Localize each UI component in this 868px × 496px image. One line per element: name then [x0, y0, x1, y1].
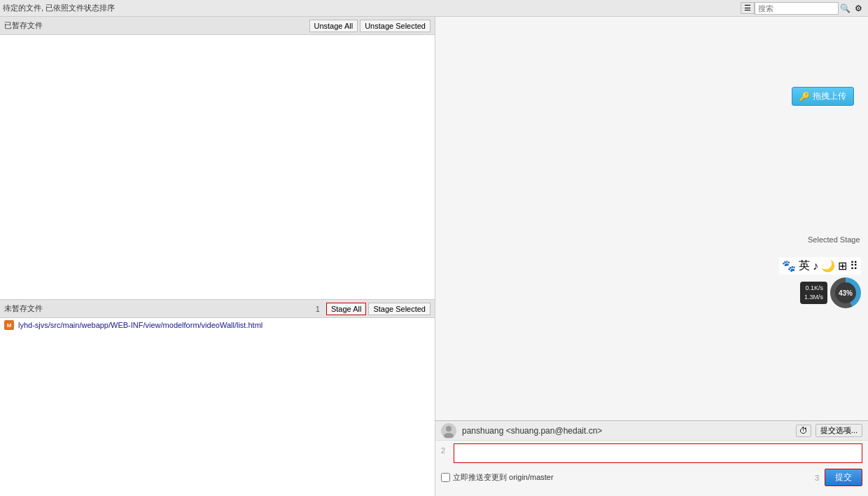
unstaged-title: 未暂存文件 [4, 303, 316, 314]
commit-options-button[interactable]: 提交选项... [816, 424, 862, 437]
tray-icon-lang[interactable]: 英 [799, 259, 810, 273]
staged-section: 已暂存文件 Unstage All Unstage Selected [0, 17, 435, 300]
cpu-percent: 43% [835, 282, 856, 303]
search-box: 🔍 ⚙ [755, 2, 865, 15]
tray-icon-paw[interactable]: 🐾 [782, 259, 796, 273]
push-checkbox[interactable] [441, 473, 450, 482]
push-label: 立即推送变更到 origin/master [453, 472, 815, 483]
unstaged-section-header: 未暂存文件 1 Stage All Stage Selected [0, 300, 435, 318]
tray-icon-music[interactable]: ♪ [813, 260, 818, 273]
commit-bottom-row: 立即推送变更到 origin/master 3 提交 [435, 466, 868, 489]
unstaged-count: 1 [316, 305, 320, 313]
tray-icon-moon[interactable]: 🌙 [821, 259, 835, 273]
svg-point-1 [444, 433, 454, 438]
author-avatar [441, 423, 456, 439]
main-layout: 已暂存文件 Unstage All Unstage Selected 未暂存文件… [0, 17, 868, 496]
search-button[interactable]: 🔍 [839, 4, 852, 13]
filter-label: 待定的文件, 已依照文件状态排序 [3, 3, 739, 13]
list-item[interactable]: M lyhd-sjvs/src/main/webapp/WEB-INF/view… [0, 318, 435, 332]
right-panel: Selected Stage 🔑 拖拽上传 🐾 英 ♪ 🌙 ⊞ ⠿ [435, 17, 868, 496]
author-name: panshuang <shuang.pan@hedait.cn> [462, 426, 796, 436]
staged-section-header: 已暂存文件 Unstage All Unstage Selected [0, 17, 435, 35]
time-button[interactable]: ⏱ [796, 425, 811, 437]
push-upload-button[interactable]: 🔑 拖拽上传 [792, 87, 854, 106]
unstage-all-button[interactable]: Unstage All [309, 20, 358, 32]
list-view-button[interactable]: ☰ [741, 2, 755, 14]
upload-speed: 0.1K/s [804, 284, 823, 293]
settings-button[interactable]: ⚙ [852, 4, 865, 13]
commit-line-number: 3 [815, 474, 819, 482]
left-panel: 已暂存文件 Unstage All Unstage Selected 未暂存文件… [0, 17, 435, 496]
staged-files-list [0, 35, 435, 299]
push-btn-area: 🔑 拖拽上传 [792, 87, 854, 106]
stage-selected-button[interactable]: Stage Selected [368, 303, 430, 315]
file-path: lyhd-sjvs/src/main/webapp/WEB-INF/view/m… [18, 321, 262, 329]
commit-button[interactable]: 提交 [825, 469, 862, 486]
staged-title: 已暂存文件 [4, 20, 307, 31]
file-modified-icon: M [4, 320, 14, 330]
system-tray: 🐾 英 ♪ 🌙 ⊞ ⠿ 0.1K/s 1.3M/s 43% [779, 257, 861, 308]
diff-area: Selected Stage 🔑 拖拽上传 🐾 英 ♪ 🌙 ⊞ ⠿ [435, 17, 868, 420]
tray-icon-grid[interactable]: ⊞ [838, 259, 847, 273]
network-widget: 0.1K/s 1.3M/s 43% [800, 277, 861, 308]
network-speed: 0.1K/s 1.3M/s [800, 282, 827, 303]
selected-stage-label: Selected Stage [808, 235, 860, 244]
top-toolbar: 待定的文件, 已依照文件状态排序 ☰ 🔍 ⚙ [0, 0, 868, 17]
svg-point-0 [446, 426, 451, 432]
unstage-selected-button[interactable]: Unstage Selected [360, 20, 430, 32]
push-button-label: 拖拽上传 [813, 90, 846, 102]
search-input[interactable] [755, 2, 839, 15]
download-speed: 1.3M/s [804, 293, 823, 302]
commit-message-input[interactable] [454, 443, 862, 463]
commit-author-row: panshuang <shuang.pan@hedait.cn> ⏱ 提交选项.… [435, 421, 868, 441]
key-icon: 🔑 [799, 92, 810, 102]
avatar-icon [442, 424, 456, 438]
commit-message-row: 2 [435, 441, 868, 466]
unstaged-files-list: M lyhd-sjvs/src/main/webapp/WEB-INF/view… [0, 318, 435, 496]
unstaged-section: 未暂存文件 1 Stage All Stage Selected M lyhd-… [0, 300, 435, 496]
cpu-widget: 43% [830, 277, 861, 308]
tray-icon-dots[interactable]: ⠿ [850, 259, 858, 273]
message-line-number: 2 [441, 443, 449, 455]
stage-all-button[interactable]: Stage All [326, 303, 366, 315]
tray-icons: 🐾 英 ♪ 🌙 ⊞ ⠿ [779, 257, 861, 275]
bottom-panel: panshuang <shuang.pan@hedait.cn> ⏱ 提交选项.… [435, 420, 868, 496]
